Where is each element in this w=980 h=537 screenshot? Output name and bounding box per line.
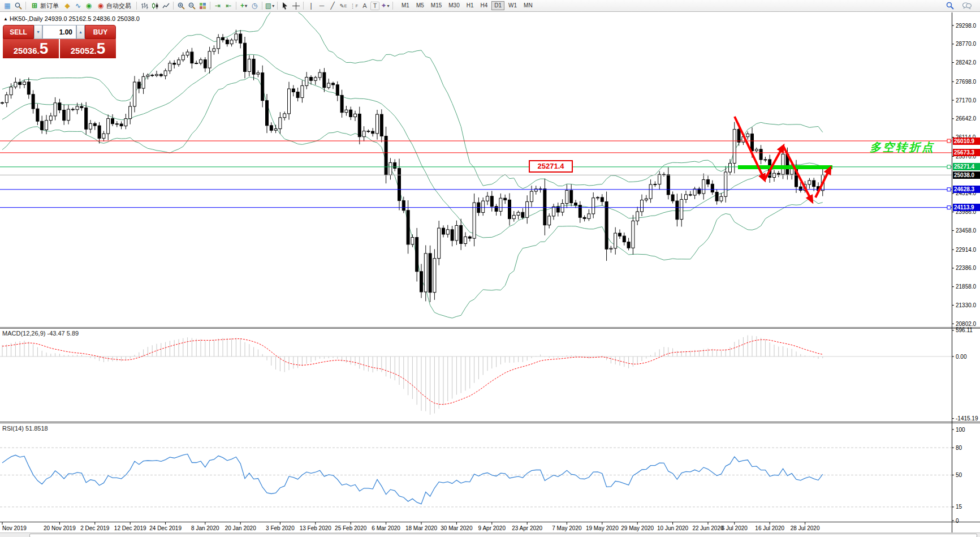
shapes-tool-icon[interactable]: ✦▾ (380, 1, 390, 11)
timeframe-D1[interactable]: D1 (491, 1, 504, 10)
timeframe-H1[interactable]: H1 (464, 1, 477, 10)
chart-preview-icon[interactable] (13, 1, 23, 11)
charts-grid-icon[interactable]: ▦ (2, 1, 12, 11)
candle-down (759, 149, 762, 160)
candle-down (799, 187, 802, 190)
candle-down (407, 210, 409, 244)
horizontal-line-tool-icon[interactable]: ─ (317, 1, 327, 11)
candle-down (222, 37, 225, 40)
tile-windows-icon[interactable] (197, 1, 208, 11)
timeframe-M1[interactable]: M1 (399, 1, 412, 10)
chat-icon[interactable] (962, 1, 972, 11)
hline-handle[interactable] (947, 188, 951, 191)
sell-price[interactable]: 25036.5 (3, 39, 59, 58)
candle-down (490, 196, 493, 207)
candle-down (429, 254, 431, 293)
volume-decrease-button[interactable]: ▼ (34, 25, 42, 39)
candle-up (424, 254, 427, 292)
trend-arrow-1[interactable] (735, 117, 765, 180)
candle-up (588, 214, 590, 219)
price-tick-label: 20802.0 (956, 321, 977, 327)
candle-down (98, 126, 101, 138)
hline-handle[interactable] (947, 206, 951, 209)
bar-chart-icon[interactable] (139, 1, 149, 11)
candle-up (641, 200, 644, 212)
buy-price[interactable]: 25052.5 (60, 39, 116, 58)
candle-up (464, 237, 467, 243)
zoom-in-icon[interactable] (176, 1, 186, 11)
chart-canvas[interactable]: 29298.028770.028242.027698.027170.026642… (0, 0, 980, 537)
price-annotation-box[interactable]: 25271.4 (529, 160, 573, 173)
candle-up (305, 78, 308, 86)
text-tool-icon[interactable]: A (360, 1, 370, 11)
timeframe-MN[interactable]: MN (521, 1, 536, 10)
hline-handle[interactable] (947, 139, 951, 143)
candle-down (340, 95, 343, 112)
price-tick-label: 26642.0 (956, 115, 977, 122)
trendline-tool-icon[interactable]: ╱ (327, 1, 338, 11)
price-tick-label: 29298.0 (956, 23, 977, 29)
price-tag-24628.3: 24628.3 (953, 186, 980, 193)
buy-price-big-digit: 5 (97, 40, 106, 57)
candle-down (570, 190, 573, 203)
candle-down (115, 124, 118, 124)
candle-up (526, 201, 529, 217)
sell-price-main: 25036 (14, 42, 37, 59)
vertical-line-tool-icon[interactable]: | (306, 1, 316, 11)
volume-increase-button[interactable]: ▲ (76, 25, 85, 39)
buy-button[interactable]: BUY (85, 25, 116, 39)
sell-button[interactable]: SELL (3, 25, 34, 39)
volume-input[interactable]: 1.00 (42, 25, 76, 39)
candle-down (36, 109, 39, 121)
hline-handle[interactable] (947, 165, 951, 169)
line-chart-icon[interactable] (161, 1, 171, 11)
support-zone-bar[interactable] (738, 165, 832, 169)
autotrade-icon: ◉ (96, 1, 106, 11)
candle-down (120, 124, 123, 126)
price-tick-label: 21330.0 (956, 302, 977, 308)
text-label-tool-icon[interactable]: T (370, 2, 379, 10)
period-clock-icon[interactable]: ◷ (249, 1, 260, 11)
timeframe-M30[interactable]: M30 (446, 1, 462, 10)
candle-up (5, 95, 8, 103)
candle-down (32, 94, 34, 109)
candle-up (720, 196, 723, 201)
candle-up (680, 199, 683, 219)
zoom-out-icon[interactable] (187, 1, 197, 11)
timeframe-M15[interactable]: M15 (428, 1, 444, 10)
cursor-icon[interactable] (280, 1, 290, 11)
search-icon[interactable] (945, 1, 955, 11)
autotrade-button[interactable]: ◉ 自动交易 (94, 1, 134, 11)
horizontal-scrollbar-thumb[interactable] (29, 534, 977, 537)
candle-down (575, 203, 577, 205)
candle-down (191, 52, 193, 63)
date-tick-label: 25 Feb 2020 (335, 525, 367, 531)
timeframe-W1[interactable]: W1 (506, 1, 520, 10)
indicators-window-icon[interactable]: ∿ (73, 1, 83, 11)
styler-bucket-icon[interactable]: ◆ (62, 1, 72, 11)
signals-icon[interactable]: ◉ (84, 1, 94, 11)
mt4-terminal: { "toolbar": { "new_order_label": "新订单",… (0, 0, 980, 537)
crosshair-icon[interactable] (291, 1, 301, 11)
templates-icon[interactable]: ▧▾ (265, 1, 275, 11)
chart-shift-icon[interactable]: ⇤ (223, 1, 234, 11)
timeframe-H4[interactable]: H4 (478, 1, 491, 10)
candle-down (19, 82, 21, 84)
fibonacci-tool-icon[interactable]: ⋮F (349, 1, 359, 11)
new-order-button[interactable]: ⊞ 新订单 (28, 1, 62, 11)
candle-up (107, 119, 110, 134)
add-indicator-icon[interactable]: +▾ (239, 1, 249, 11)
candlestick-chart-icon[interactable] (150, 1, 160, 11)
rsi-tick-label: 100 (956, 427, 965, 433)
toolbar-separator (210, 2, 210, 10)
timeframe-M5[interactable]: M5 (413, 1, 427, 10)
toolbar-separator (173, 2, 174, 10)
autotrade-label: 自动交易 (106, 2, 131, 10)
auto-scroll-icon[interactable]: ⇥ (213, 1, 223, 11)
candle-up (318, 72, 321, 78)
candle-down (777, 173, 780, 174)
candle-up (182, 55, 184, 60)
date-tick-label: 8 Jan 2020 (191, 525, 219, 531)
candle-up (512, 215, 515, 218)
equidistant-channel-tool-icon[interactable]: ✎E (338, 1, 348, 11)
